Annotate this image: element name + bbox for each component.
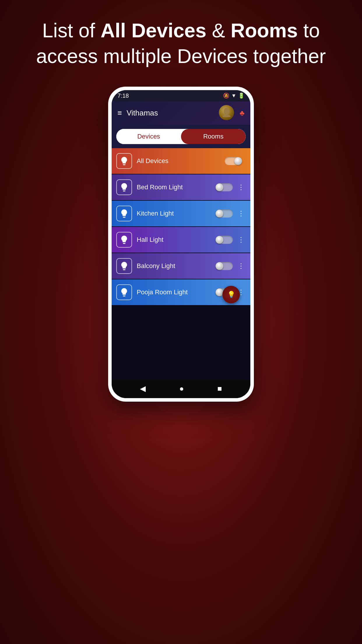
header-left: ≡ Vithamas [117, 108, 158, 118]
status-icons: 🔕 ▼ 🔋 [223, 92, 245, 99]
more-icon-balcony[interactable]: ⋮ [236, 260, 246, 272]
device-icon-box-all [116, 153, 132, 169]
device-name-balcony: Balcony Light [137, 262, 215, 270]
device-name-all: All Devices [137, 157, 225, 165]
battery-icon: 🔋 [238, 92, 245, 99]
phone-screen: 7:18 🔕 ▼ 🔋 ≡ Vithamas ♣ Devices Rooms [112, 90, 250, 398]
tab-switcher: Devices Rooms [116, 129, 246, 144]
headline-bold2: Rooms [231, 19, 298, 41]
bluetooth-icon[interactable]: ♣ [240, 108, 245, 118]
device-name-hall: Hall Light [137, 236, 215, 244]
device-name-kitchen: Kitchen Light [137, 210, 215, 217]
bulb-icon-kitchen [119, 209, 129, 218]
more-icon-bedroom[interactable]: ⋮ [236, 181, 246, 194]
app-title: Vithamas [126, 108, 158, 118]
phone-wrapper: 7:18 🔕 ▼ 🔋 ≡ Vithamas ♣ Devices Rooms [108, 87, 254, 402]
device-item-bedroom[interactable]: Bed Room Light ⋮ [112, 174, 250, 200]
headline: List of All Devices & Rooms to access mu… [0, 0, 362, 81]
headline-bold1: All Devices [101, 19, 206, 41]
device-icon-box-kitchen [116, 206, 132, 221]
tab-container: Devices Rooms [112, 125, 250, 148]
bulb-icon-bedroom [119, 182, 129, 192]
device-name-bedroom: Bed Room Light [137, 183, 215, 191]
bulb-icon-hall [119, 235, 129, 245]
device-item-kitchen[interactable]: Kitchen Light ⋮ [112, 201, 250, 226]
bulb-icon-all [119, 156, 129, 166]
toggle-all[interactable] [225, 157, 242, 165]
toggle-balcony[interactable] [215, 262, 233, 270]
bulb-icon-pooja [119, 287, 129, 297]
toggle-bedroom[interactable] [215, 183, 233, 191]
tab-devices[interactable]: Devices [116, 129, 181, 144]
more-icon-kitchen[interactable]: ⋮ [236, 207, 246, 220]
back-button[interactable]: ◀ [140, 384, 146, 393]
toggle-hall[interactable] [215, 236, 233, 244]
device-icon-box-bedroom [116, 179, 132, 195]
headline-middle: & [206, 19, 231, 41]
status-time: 7:18 [117, 92, 129, 99]
avatar [219, 105, 234, 120]
device-item-all[interactable]: All Devices [112, 148, 250, 174]
tab-rooms[interactable]: Rooms [181, 129, 246, 144]
device-item-hall[interactable]: Hall Light ⋮ [112, 227, 250, 253]
device-item-balcony[interactable]: Balcony Light ⋮ [112, 253, 250, 279]
device-name-pooja: Pooja Room Light [137, 288, 215, 296]
device-icon-box-pooja [116, 284, 132, 300]
fab-icon: 💡 [227, 291, 235, 298]
bulb-icon-balcony [119, 261, 129, 271]
device-icon-box-balcony [116, 258, 132, 274]
more-icon-hall[interactable]: ⋮ [236, 233, 246, 246]
wifi-icon: ▼ [231, 93, 236, 99]
notification-icon: 🔕 [223, 92, 229, 99]
status-bar: 7:18 🔕 ▼ 🔋 [112, 90, 250, 102]
headline-prefix: List of [42, 19, 101, 41]
hamburger-icon[interactable]: ≡ [117, 108, 122, 118]
home-button[interactable]: ● [179, 384, 184, 393]
device-icon-box-hall [116, 232, 132, 248]
bottom-nav: ◀ ● ■ [112, 379, 250, 398]
app-header: ≡ Vithamas ♣ [112, 102, 250, 125]
toggle-kitchen[interactable] [215, 209, 233, 218]
fab-button[interactable]: 💡 [222, 286, 240, 303]
recent-button[interactable]: ■ [217, 384, 222, 393]
device-list: All Devices Bed Room Light ⋮ [112, 148, 250, 379]
